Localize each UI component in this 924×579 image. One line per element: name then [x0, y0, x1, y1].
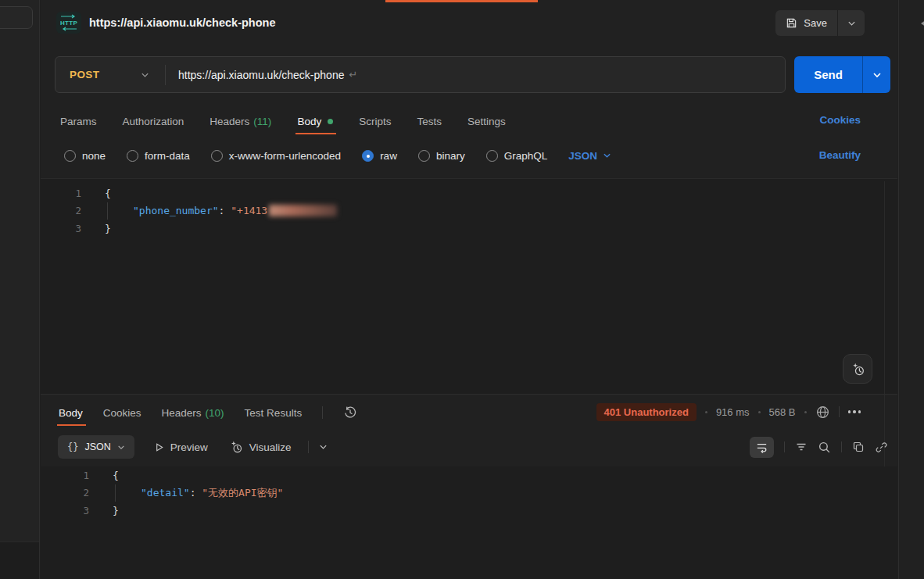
radio-circle-selected	[362, 150, 374, 162]
divider	[841, 441, 842, 452]
more-options-button[interactable]	[848, 410, 861, 413]
line-number: 2	[58, 487, 89, 499]
request-body-editor[interactable]: 1 { 2 "phone_number": "+1413 3 }	[41, 178, 897, 394]
ellipsis-icon	[848, 410, 851, 413]
filter-button[interactable]	[795, 441, 808, 453]
response-history-button[interactable]	[343, 406, 357, 420]
redacted-value-blur	[269, 205, 337, 216]
save-button[interactable]: Save	[775, 10, 838, 36]
response-size[interactable]: 568 B	[769, 406, 796, 418]
code-line: 2 "phone_number": "+1413	[41, 202, 897, 220]
tab-tests[interactable]: Tests	[417, 116, 442, 127]
line-number: 3	[50, 223, 81, 234]
chevron-down-icon	[872, 72, 882, 78]
radio-x-www-form-urlencoded[interactable]: x-www-form-urlencoded	[211, 150, 341, 162]
tab-authorization[interactable]: Authorization	[123, 116, 184, 127]
sidebar-footer	[0, 541, 39, 579]
response-tab-test-results[interactable]: Test Results	[245, 407, 303, 419]
radio-raw[interactable]: raw	[362, 150, 397, 162]
response-tab-cookies[interactable]: Cookies	[103, 407, 141, 419]
body-filled-dot	[328, 119, 333, 124]
radio-circle	[418, 150, 430, 162]
code-line: 2 "detail": "无效的API密钥"	[48, 484, 897, 502]
line-number: 2	[50, 205, 81, 216]
text-wrap-icon	[755, 441, 768, 454]
raw-language-dropdown[interactable]: JSON	[568, 150, 611, 162]
right-rail	[898, 0, 924, 579]
line-number: 1	[58, 470, 89, 481]
network-info-button[interactable]	[815, 405, 830, 420]
chevron-down-icon	[117, 445, 125, 450]
tab-headers[interactable]: Headers(11)	[210, 116, 271, 127]
play-icon	[154, 442, 164, 452]
chevron-down-icon	[141, 72, 149, 78]
radio-circle	[64, 150, 76, 162]
code-line: 1 {	[48, 466, 897, 484]
request-panel: HTTP https://api.xiaomu.uk/check-phone S…	[41, 0, 897, 579]
sparkle-orb-icon	[229, 440, 243, 454]
wrap-text-button[interactable]	[750, 437, 774, 458]
visualize-button[interactable]: Visualize	[229, 440, 292, 454]
send-button[interactable]: Send	[794, 56, 862, 93]
save-options-button[interactable]	[838, 10, 865, 36]
line-number: 1	[50, 188, 81, 199]
tab-settings[interactable]: Settings	[467, 116, 506, 127]
url-builder: POST https://api.xiaomu.uk/check-phone ↵	[55, 56, 786, 93]
http-badge-label: HTTP	[60, 20, 77, 27]
tab-params[interactable]: Params	[60, 116, 97, 127]
radio-none[interactable]: none	[64, 150, 106, 162]
divider	[165, 65, 166, 85]
radio-circle	[486, 150, 498, 162]
request-tabs: Params Authorization Headers(11) Body Sc…	[60, 109, 506, 134]
response-body-editor[interactable]: 1 { 2 "detail": "无效的API密钥" 3 }	[41, 466, 897, 579]
copy-button[interactable]	[852, 441, 865, 453]
code-line: 3 }	[48, 502, 897, 520]
body-type-selector: none form-data x-www-form-urlencoded raw…	[64, 145, 611, 166]
indent-guide	[115, 484, 141, 502]
copy-icon	[852, 441, 865, 453]
request-header: HTTP https://api.xiaomu.uk/check-phone S…	[41, 0, 897, 45]
link-button[interactable]	[875, 441, 888, 454]
dot-separator	[705, 411, 707, 413]
postbot-button[interactable]	[843, 354, 872, 384]
url-input[interactable]: https://api.xiaomu.uk/check-phone	[178, 69, 344, 81]
raw-language-label: JSON	[568, 150, 597, 162]
send-split-button: Send	[794, 56, 890, 93]
tab-scripts[interactable]: Scripts	[359, 116, 391, 127]
response-time[interactable]: 916 ms	[716, 406, 750, 418]
collapse-panel-arrow-icon[interactable]	[921, 19, 924, 28]
response-headers-count-badge: (10)	[206, 407, 224, 419]
response-format-dropdown[interactable]: {} JSON	[58, 435, 134, 459]
chevron-down-icon	[603, 152, 611, 159]
response-tabs: Body Cookies Headers(10) Test Results	[59, 399, 357, 426]
toolbar-expand-button[interactable]	[319, 444, 328, 450]
send-options-button[interactable]	[862, 56, 890, 93]
radio-form-data[interactable]: form-data	[127, 150, 190, 162]
response-tab-headers[interactable]: Headers(10)	[162, 407, 224, 419]
history-clock-icon	[343, 406, 357, 420]
response-toolbar: {} JSON Preview Visualize	[58, 434, 888, 459]
response-tab-body[interactable]: Body	[59, 407, 83, 419]
status-badge[interactable]: 401 Unauthorized	[596, 403, 697, 421]
cookies-link[interactable]: Cookies	[819, 114, 861, 126]
search-icon	[818, 441, 831, 454]
sparkle-orb-icon	[851, 362, 865, 377]
preview-button[interactable]: Preview	[154, 441, 208, 453]
radio-binary[interactable]: binary	[418, 150, 465, 162]
divider	[784, 441, 785, 452]
http-protocol-icon: HTTP	[56, 12, 81, 34]
tab-body[interactable]: Body	[297, 116, 333, 127]
search-button[interactable]	[818, 441, 831, 454]
filter-icon	[795, 441, 808, 453]
method-dropdown[interactable]: POST	[56, 69, 165, 80]
sidebar-collapsed-tab[interactable]	[0, 6, 33, 29]
beautify-link[interactable]: Beautify	[819, 149, 861, 161]
visualize-label: Visualize	[249, 441, 292, 453]
line-number: 3	[58, 505, 89, 516]
chevron-down-icon	[847, 20, 856, 27]
dot-separator	[758, 411, 761, 413]
response-divider	[41, 394, 897, 395]
globe-icon	[815, 405, 830, 420]
radio-circle	[211, 150, 223, 162]
radio-graphql[interactable]: GraphQL	[486, 150, 548, 162]
